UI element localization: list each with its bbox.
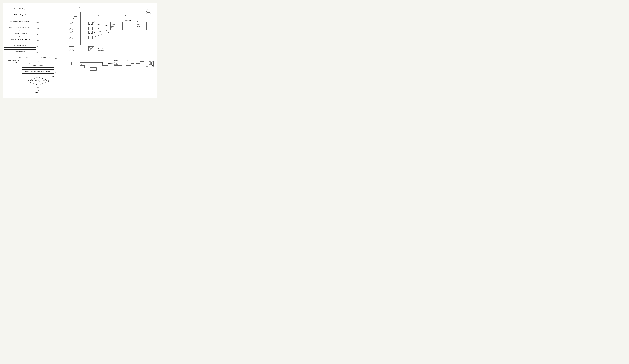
flow-label-1302: 1302	[36, 15, 39, 17]
deflecting-label-3: Generator	[111, 27, 116, 28]
flow-arrow-1	[4, 11, 36, 13]
label-12: 12	[80, 64, 82, 65]
flow-step-1305: Start auto measurement 1305	[4, 31, 39, 35]
speaker	[152, 61, 154, 66]
flow-label-1303: 1303	[36, 21, 39, 23]
flow-arrow-2	[4, 17, 36, 19]
flow-label-1312: 1312	[52, 76, 54, 77]
flow-diamond: Should further edge detection be done?	[26, 77, 50, 85]
label-11: 11	[98, 45, 99, 47]
flow-box-1307: Smooth line profile	[4, 43, 36, 48]
box-10	[97, 29, 104, 37]
cursor-label-3: Generator	[137, 27, 141, 28]
flow-box-1314: END	[21, 91, 53, 95]
conn-ad-mem	[108, 63, 114, 64]
side-label-1313: 1313	[18, 57, 21, 58]
box-13	[90, 68, 96, 71]
flow-arrow-7	[4, 48, 36, 49]
box-12	[80, 65, 84, 68]
flow-box-1313: Revise edge detection method and calcula…	[7, 58, 21, 66]
flow-label-1305: 1305	[36, 34, 39, 35]
label-10: 10	[98, 27, 100, 29]
flow-arrow-11	[22, 74, 54, 76]
label-21: 21	[125, 15, 127, 16]
flow-arrow-5	[4, 35, 36, 37]
diamond-text-1312: Should further edge detection be done?	[26, 80, 50, 83]
flow-step-1307: Smooth line profile 1307	[4, 43, 39, 48]
flow-arrow-6	[4, 41, 36, 43]
flow-label-1310: 1310	[55, 66, 57, 68]
box-ad	[102, 62, 108, 65]
flow-box-1304: Move box cursor to measuring point	[4, 25, 36, 29]
label-1: ~1	[78, 6, 80, 8]
flow-step-1308: Detect first edge 1308	[4, 49, 39, 54]
label-9: 9	[98, 15, 99, 16]
lens-2-box	[74, 17, 77, 19]
flow-box-1308: Detect first edge	[4, 49, 36, 54]
flow-no-label: NO	[37, 87, 39, 89]
circuit-svg: ~1 2 3 5	[57, 5, 156, 85]
flow-diamond-section: 1312 Should further edge detection be do…	[22, 76, 54, 85]
label-22: 22	[137, 21, 139, 22]
conn-14-coil	[92, 24, 110, 26]
deflecting-label-2: Signal	[111, 25, 114, 27]
label-5b: 5	[68, 36, 68, 38]
flow-box-1306: Create line profile from the image	[4, 37, 36, 41]
flow-no-arrow	[38, 85, 38, 87]
flow-label-1311: 1311	[55, 72, 57, 74]
sum-plus: +	[134, 63, 135, 65]
cursor-label-1: Cursor	[137, 24, 140, 25]
flow-step-1314: END 1314	[21, 91, 56, 95]
deflecting-label-1: Deflecting	[111, 24, 116, 25]
flow-step-1306: Create line profile from the image 1306	[4, 37, 39, 41]
box-da	[126, 62, 131, 65]
flow-box-1305: Start auto measurement	[4, 31, 36, 35]
label-ad: A/D	[104, 60, 106, 61]
flow-arrow-9	[22, 60, 54, 62]
stage-box-7	[72, 63, 79, 65]
flow-box-1311: Display measurement values for plural it…	[22, 69, 54, 74]
flow-arrow-12	[22, 89, 54, 91]
flow-label-1307: 1307	[36, 46, 39, 48]
flow-arrow-10	[22, 68, 54, 69]
flow-arrow-3	[4, 23, 36, 25]
flow-right-col: Display detected edge on the SEM image 1…	[22, 56, 57, 95]
flow-step-1311: Display measurement values for plural it…	[22, 69, 57, 74]
flow-step-1302: Enter AMP data for plural items 1302	[4, 13, 39, 17]
label-19: 19	[153, 66, 154, 67]
label-17: 17	[126, 60, 127, 61]
label-24: 24	[146, 9, 148, 10]
flowchart: Display SEM image 1301 Enter AMP data fo…	[4, 5, 54, 95]
flow-label-1301: 1301	[36, 9, 39, 11]
label-6: 6	[68, 47, 68, 49]
flow-box-1302: Enter AMP data for plural items	[4, 13, 36, 17]
flow-step-1304: Move box cursor to measuring point 1304	[4, 25, 39, 29]
box-9	[97, 16, 104, 20]
flow-step-1303: Display box cursor on the image 1303	[4, 19, 39, 23]
obj-lens-label-2: Power Supply	[98, 50, 105, 51]
flow-side-col: 1313 Revise edge detection method and ca…	[4, 56, 21, 66]
label-20: 20	[146, 66, 148, 67]
label-2: 2	[73, 17, 74, 19]
obj-lens-label-1: Objective Lens	[98, 48, 105, 49]
conn-9-14	[92, 18, 97, 24]
flow-label-1306: 1306	[36, 40, 39, 41]
flow-main-column: Display SEM image 1301 Enter AMP data fo…	[4, 7, 54, 95]
conn-14-coil2	[92, 28, 110, 28]
flow-step-1309: Display detected edge on the SEM image 1…	[22, 56, 57, 60]
flow-box-1303: Display box cursor on the image	[4, 19, 36, 23]
flow-label-1304: 1304	[36, 28, 39, 29]
page: Display SEM image 1301 Enter AMP data fo…	[3, 3, 157, 98]
label-13: 13	[91, 66, 92, 67]
label-15: 15	[100, 66, 102, 67]
flow-arrow-4	[4, 29, 36, 31]
flow-no-row	[22, 85, 54, 87]
gun-shape	[79, 8, 82, 12]
flow-diamond-wrapper: 1312 Should further edge detection be do…	[22, 76, 54, 85]
flow-label-1309: 1309	[55, 58, 57, 60]
flow-label-1314: 1314	[53, 93, 56, 95]
label-8: 8	[71, 66, 72, 67]
image-memory-text: Image	[114, 62, 117, 64]
cursor-label-2: Signal	[137, 25, 140, 27]
flow-label-1308: 1308	[36, 52, 39, 54]
